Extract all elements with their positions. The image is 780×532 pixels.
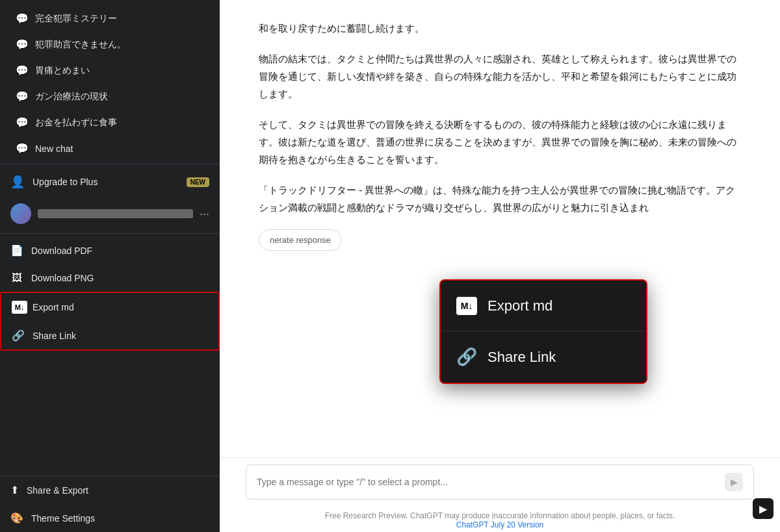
- new-badge: NEW: [187, 177, 209, 187]
- sidebar-bottom: ⬆ Share & Export 🎨 Theme Settings: [0, 475, 220, 532]
- upgrade-to-plus-item[interactable]: 👤 Upgrade to Plus NEW: [0, 167, 220, 197]
- sidebar: 💬 完全犯罪ミステリー 💬 犯罪助言できません。 💬 胃痛とめまい 💬 ガン治療…: [0, 0, 220, 532]
- chat-paragraph-0: 和を取り戻すために蓄闘し続けます。: [259, 19, 741, 37]
- generate-response-button[interactable]: nerate response: [259, 229, 342, 251]
- highlighted-export-group: M↓ Export md 🔗 Share Link: [0, 292, 220, 351]
- image-icon: 🖼: [10, 272, 23, 284]
- popup-link-icon: 🔗: [456, 347, 477, 367]
- sidebar-item-chat-4[interactable]: 💬 お金を払わずに食事: [5, 110, 214, 135]
- chat-text: 和を取り戻すために蓄闘し続けます。 物語の結末では、タクミと仲間たちは異世界の人…: [259, 19, 741, 216]
- footer: Free Research Preview. ChatGPT may produ…: [220, 506, 780, 532]
- chat-paragraph-2: そして、タクミは異世界での冒険を終える決断をするものの、彼の特殊能力と経験は彼の…: [259, 116, 741, 168]
- user-circle-icon: 👤: [10, 175, 25, 189]
- chat-item-label: 完全犯罪ミステリー: [35, 13, 117, 25]
- link-icon: 🔗: [12, 329, 25, 342]
- popup-export-md-label: Export md: [488, 298, 552, 314]
- sidebar-item-chat-0[interactable]: 💬 完全犯罪ミステリー: [5, 6, 214, 31]
- markdown-icon: M↓: [12, 301, 25, 314]
- chat-input-area: ▶: [220, 457, 780, 506]
- popup-overlay: M↓ Export md 🔗 Share Link: [439, 279, 647, 384]
- sidebar-item-chat-2[interactable]: 💬 胃痛とめまい: [5, 58, 214, 83]
- chat-paragraph-1: 物語の結末では、タクミと仲間たちは異世界の人々に感謝され、英雄として称えられます…: [259, 50, 741, 103]
- chat-bubble-icon: 💬: [16, 38, 29, 51]
- new-chat-label: New chat: [35, 144, 73, 154]
- main-content: 和を取り戻すために蓄闘し続けます。 物語の結末では、タクミと仲間たちは異世界の人…: [220, 0, 780, 532]
- share-link-label: Share Link: [32, 331, 76, 341]
- palette-icon: 🎨: [10, 512, 23, 524]
- nav-arrow-button[interactable]: ▶: [753, 498, 774, 519]
- pdf-icon: 📄: [10, 244, 23, 257]
- send-button[interactable]: ▶: [725, 473, 743, 491]
- sidebar-item-new-chat[interactable]: 💬 New chat: [5, 136, 214, 161]
- sidebar-divider: [0, 164, 220, 164]
- chat-input-wrapper: ▶: [246, 464, 754, 500]
- popup-share-link-item[interactable]: 🔗 Share Link: [441, 331, 646, 383]
- chat-item-label: ガン治療法の現状: [35, 91, 108, 103]
- export-md-item[interactable]: M↓ Export md: [1, 293, 218, 322]
- chat-bubble-icon: 💬: [16, 142, 29, 155]
- username-text: [38, 209, 193, 218]
- sidebar-item-chat-3[interactable]: 💬 ガン治療法の現状: [5, 84, 214, 109]
- theme-settings-item[interactable]: 🎨 Theme Settings: [0, 504, 220, 532]
- sidebar-item-chat-1[interactable]: 💬 犯罪助言できません。: [5, 32, 214, 57]
- chat-item-label: 胃痛とめまい: [35, 65, 90, 77]
- footer-disclaimer: Free Research Preview. ChatGPT may produ…: [325, 511, 675, 520]
- popup-share-link-label: Share Link: [488, 349, 556, 366]
- theme-settings-label: Theme Settings: [31, 513, 95, 524]
- footer-version-link[interactable]: ChatGPT July 20 Version: [456, 520, 544, 529]
- export-md-label: Export md: [32, 302, 74, 312]
- share-link-item[interactable]: 🔗 Share Link: [1, 322, 218, 349]
- share-export-label: Share & Export: [27, 485, 88, 496]
- download-png-item[interactable]: 🖼 Download PNG: [0, 264, 220, 292]
- popup-markdown-icon: M↓: [456, 296, 477, 315]
- chat-area: 和を取り戻すために蓄闘し続けます。 物語の結末では、タクミと仲間たちは異世界の人…: [220, 0, 780, 457]
- chat-bubble-icon: 💬: [16, 64, 29, 77]
- popup-box: M↓ Export md 🔗 Share Link: [439, 279, 647, 384]
- download-pdf-item[interactable]: 📄 Download PDF: [0, 236, 220, 264]
- chat-list: 💬 完全犯罪ミステリー 💬 犯罪助言できません。 💬 胃痛とめまい 💬 ガン治療…: [0, 0, 220, 475]
- download-pdf-label: Download PDF: [31, 246, 92, 256]
- download-png-label: Download PNG: [31, 273, 94, 283]
- user-profile-row[interactable]: ···: [0, 197, 220, 231]
- chat-paragraph-3: 「トラックドリフター - 異世界への轍」は、特殊な能力を持つ主人公が異世界での冒…: [259, 181, 741, 216]
- chat-bubble-icon: 💬: [16, 116, 29, 129]
- chat-item-label: お金を払わずに食事: [35, 117, 117, 129]
- avatar: [10, 203, 31, 224]
- share-export-icon: ⬆: [10, 484, 19, 496]
- chat-input[interactable]: [257, 477, 725, 487]
- upgrade-label: Upgrade to Plus: [32, 177, 98, 187]
- chat-item-label: 犯罪助言できません。: [35, 39, 126, 51]
- chat-bubble-icon: 💬: [16, 90, 29, 103]
- chat-bubble-icon: 💬: [16, 12, 29, 25]
- share-export-item[interactable]: ⬆ Share & Export: [0, 476, 220, 504]
- sidebar-divider-2: [0, 233, 220, 234]
- popup-export-md-item[interactable]: M↓ Export md: [441, 281, 646, 331]
- more-options-icon[interactable]: ···: [200, 207, 209, 221]
